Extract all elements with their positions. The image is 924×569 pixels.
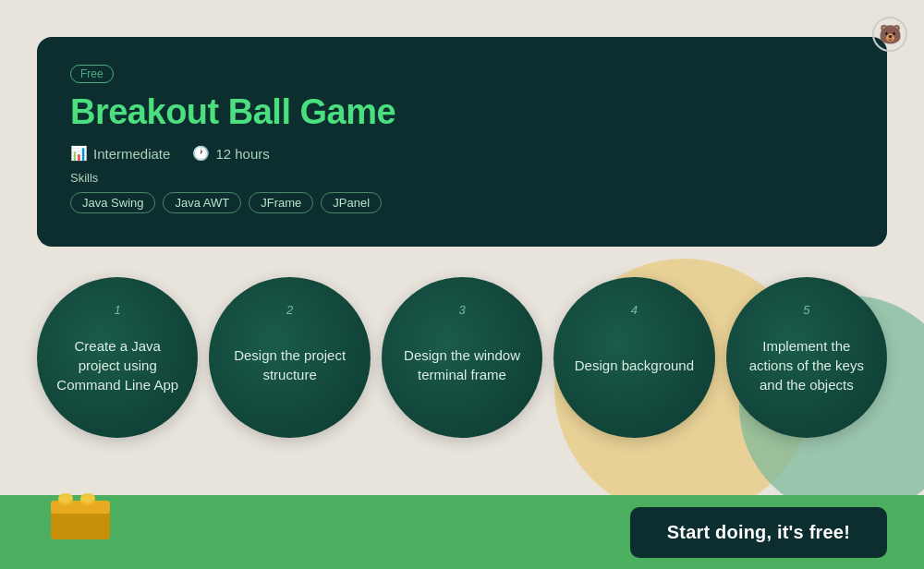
step-5-number: 5 (803, 303, 809, 317)
time-icon: 🕐 (192, 145, 210, 162)
svg-point-5 (80, 493, 95, 502)
step-5: 5 Implement the actions of the keys and … (726, 277, 887, 438)
step-3-text: Design the window terminal frame (400, 345, 524, 384)
level-meta: 📊 Intermediate (70, 145, 170, 162)
level-text: Intermediate (93, 146, 170, 162)
step-4: 4 Design background (553, 277, 714, 438)
level-icon: 📊 (70, 145, 88, 162)
step-2-text: Design the project structure (227, 345, 351, 384)
svg-point-3 (58, 493, 73, 502)
time-text: 12 hours (215, 146, 269, 162)
skill-tag-jpanel: JPanel (321, 192, 382, 213)
step-1: 1 Create a Java project using Command Li… (37, 277, 198, 438)
skill-tag-jframe: JFrame (249, 192, 313, 213)
skills-tags: Java Swing Java AWT JFrame JPanel (70, 192, 854, 213)
step-5-text: Implement the actions of the keys and th… (745, 336, 869, 394)
step-2: 2 Design the project structure (209, 277, 370, 438)
bear-icon: 🐻 (872, 17, 907, 52)
step-1-number: 1 (115, 303, 121, 317)
bottom-section: Start doing, it's free! (0, 495, 924, 569)
step-3-number: 3 (458, 303, 465, 317)
step-2-number: 2 (286, 303, 293, 317)
start-button[interactable]: Start doing, it's free! (630, 507, 887, 558)
free-badge: Free (70, 65, 114, 83)
step-4-text: Design background (575, 356, 694, 375)
step-4-number: 4 (631, 303, 638, 317)
step-1-text: Create a Java project using Command Line… (55, 336, 179, 394)
lego-brick (51, 491, 110, 543)
meta-row: 📊 Intermediate 🕐 12 hours (70, 145, 854, 162)
course-card: Free Breakout Ball Game 📊 Intermediate 🕐… (37, 37, 887, 247)
step-3: 3 Design the window terminal frame (382, 277, 542, 438)
steps-section: 1 Create a Java project using Command Li… (37, 277, 887, 438)
skills-label: Skills (70, 171, 854, 185)
skill-tag-java-swing: Java Swing (70, 192, 155, 213)
time-meta: 🕐 12 hours (192, 145, 269, 162)
course-title: Breakout Ball Game (70, 92, 854, 132)
skill-tag-java-awt: Java AWT (163, 192, 241, 213)
